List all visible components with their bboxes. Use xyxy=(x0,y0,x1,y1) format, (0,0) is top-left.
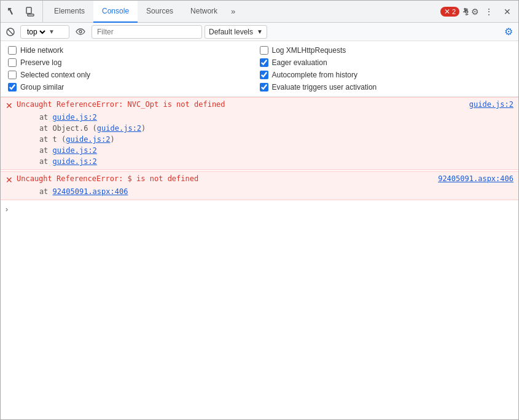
log-xmlhttp-checkbox[interactable] xyxy=(260,46,268,55)
hide-network-label: Hide network xyxy=(20,46,63,55)
group-similar-label: Group similar xyxy=(20,83,64,91)
console-settings-icon[interactable]: ⚙ xyxy=(501,25,516,39)
svg-point-5 xyxy=(79,31,82,33)
stack-line-1-4: at guide.js:2 xyxy=(21,156,513,167)
option-hide-network: Hide network xyxy=(8,46,260,55)
svg-line-2 xyxy=(29,14,30,14)
option-preserve-log: Preserve log xyxy=(8,58,260,67)
devtools-icons xyxy=(3,1,43,22)
group-similar-checkbox[interactable] xyxy=(8,83,17,91)
stack-line-1-1: at Object.6 (guide.js:2) xyxy=(21,123,513,134)
stack-line-1-2: at t (guide.js:2) xyxy=(21,134,513,145)
stack-link-1-3[interactable]: guide.js:2 xyxy=(53,146,97,155)
preserve-log-checkbox[interactable] xyxy=(8,58,17,67)
error-entry-2: ✕ Uncaught ReferenceError: $ is not defi… xyxy=(1,171,518,200)
option-evaluate-triggers: Evaluate triggers user activation xyxy=(260,83,512,91)
inspect-icon[interactable] xyxy=(3,3,20,20)
more-tabs-button[interactable]: » xyxy=(226,1,240,23)
tab-bar: Elements Console Sources Network » ✕ 2 ⚙… xyxy=(1,1,518,23)
log-levels-selector[interactable]: Default levels ▼ xyxy=(205,25,267,39)
option-eager-eval: Eager evaluation xyxy=(260,58,512,67)
error-stack-1: at guide.js:2 at Object.6 (guide.js:2) a… xyxy=(21,112,513,167)
device-toggle-icon[interactable] xyxy=(21,3,39,20)
error-source-1[interactable]: guide.js:2 xyxy=(469,100,513,109)
hide-network-checkbox[interactable] xyxy=(8,46,17,55)
error-main-line-1: ✕ Uncaught ReferenceError: NVC_Opt is no… xyxy=(6,100,513,111)
stack-link-1-4[interactable]: guide.js:2 xyxy=(53,157,97,166)
input-chevron-icon: › xyxy=(6,205,8,214)
settings-button[interactable]: ⚙ xyxy=(462,3,479,20)
console-output: ✕ Uncaught ReferenceError: NVC_Opt is no… xyxy=(1,97,518,420)
log-xmlhttp-label: Log XMLHttpRequests xyxy=(272,46,346,55)
main-content: top ▼ Default levels ▼ ⚙ Hide network Lo… xyxy=(1,23,518,420)
close-devtools-button[interactable]: ✕ xyxy=(499,3,516,20)
evaluate-triggers-checkbox[interactable] xyxy=(260,83,268,91)
clear-console-button[interactable] xyxy=(3,25,18,39)
evaluate-triggers-label: Evaluate triggers user activation xyxy=(272,83,377,91)
option-group-similar: Group similar xyxy=(8,83,260,91)
tab-network[interactable]: Network xyxy=(182,1,226,23)
eager-eval-label: Eager evaluation xyxy=(272,58,327,67)
error-icon-1: ✕ xyxy=(6,101,13,111)
eager-eval-checkbox[interactable] xyxy=(260,58,268,67)
svg-rect-1 xyxy=(28,14,34,16)
stack-link-2-0[interactable]: 92405091.aspx:406 xyxy=(53,187,128,196)
svg-line-4 xyxy=(8,29,13,34)
error-stack-2: at 92405091.aspx:406 xyxy=(21,186,513,197)
option-autocomplete: Autocomplete from history xyxy=(260,71,512,79)
console-toolbar: top ▼ Default levels ▼ ⚙ xyxy=(1,23,518,41)
error-icon-2: ✕ xyxy=(6,175,13,185)
stack-link-1-0[interactable]: guide.js:2 xyxy=(53,113,97,122)
selected-context-label: Selected context only xyxy=(20,71,90,79)
autocomplete-label: Autocomplete from history xyxy=(272,71,357,79)
svg-rect-0 xyxy=(26,7,31,14)
context-dropdown[interactable]: top xyxy=(25,27,47,37)
error-left-2: ✕ Uncaught ReferenceError: $ is not defi… xyxy=(6,174,198,185)
stack-link-1-1[interactable]: guide.js:2 xyxy=(97,124,141,133)
tab-actions: ✕ 2 ⚙ ⋮ ✕ xyxy=(440,3,516,20)
console-options: Hide network Log XMLHttpRequests Preserv… xyxy=(1,41,518,97)
tab-sources[interactable]: Sources xyxy=(138,1,182,23)
stack-line-1-0: at guide.js:2 xyxy=(21,112,513,123)
console-input[interactable] xyxy=(10,205,513,214)
tab-elements[interactable]: Elements xyxy=(45,1,93,23)
filter-input[interactable] xyxy=(92,25,202,39)
stack-line-2-0: at 92405091.aspx:406 xyxy=(21,186,513,197)
error-message-1: Uncaught ReferenceError: NVC_Opt is not … xyxy=(17,100,225,109)
context-selector[interactable]: top ▼ xyxy=(20,25,69,39)
option-selected-context: Selected context only xyxy=(8,71,260,79)
autocomplete-checkbox[interactable] xyxy=(260,71,268,79)
error-entry-1: ✕ Uncaught ReferenceError: NVC_Opt is no… xyxy=(1,97,518,170)
option-log-xmlhttp: Log XMLHttpRequests xyxy=(260,46,512,55)
error-count-badge[interactable]: ✕ 2 xyxy=(440,7,459,17)
error-source-2[interactable]: 92405091.aspx:406 xyxy=(438,174,513,183)
eye-button[interactable] xyxy=(72,25,89,39)
more-options-button[interactable]: ⋮ xyxy=(480,3,498,20)
console-input-line: › xyxy=(1,201,518,217)
error-message-2: Uncaught ReferenceError: $ is not define… xyxy=(17,174,198,183)
error-left-1: ✕ Uncaught ReferenceError: NVC_Opt is no… xyxy=(6,100,225,111)
error-main-line-2: ✕ Uncaught ReferenceError: $ is not defi… xyxy=(6,174,513,185)
tab-console[interactable]: Console xyxy=(93,1,138,23)
stack-link-1-2[interactable]: guide.js:2 xyxy=(66,135,110,144)
stack-line-1-3: at guide.js:2 xyxy=(21,145,513,156)
preserve-log-label: Preserve log xyxy=(20,58,61,67)
selected-context-checkbox[interactable] xyxy=(8,71,17,79)
